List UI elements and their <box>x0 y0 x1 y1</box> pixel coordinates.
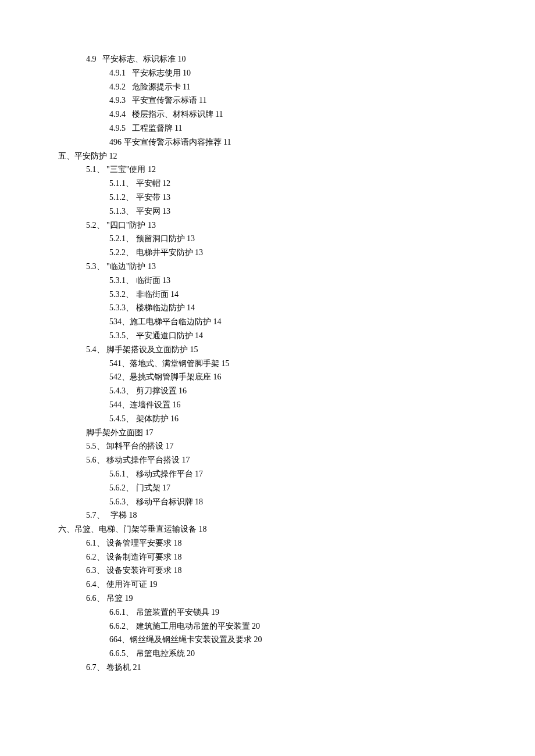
toc-entry: 6.7、 卷扬机 21 <box>86 661 477 675</box>
toc-entry: 534、施工电梯平台临边防护 14 <box>109 315 477 329</box>
toc-entry: 5.3、 "临边"防护 13 <box>86 260 477 274</box>
toc-entry: 5.6、 移动式操作平台搭设 17 <box>86 453 477 467</box>
toc-entry: 5.1、 "三宝"使用 12 <box>86 163 477 177</box>
toc-entry: 脚手架外立面图 17 <box>86 426 477 440</box>
toc-entry: 6.4、 使用许可证 19 <box>86 578 477 592</box>
document-page: 4.9 平安标志、标识标准 104.9.1 平安标志使用 104.9.2 危险源… <box>0 0 535 756</box>
toc-entry: 5.2.2、 电梯井平安防护 13 <box>109 246 477 260</box>
toc-entry: 496 平安宣传警示标语内容推荐 11 <box>109 135 477 149</box>
toc-entry: 4.9.5 工程监督牌 11 <box>109 121 477 135</box>
toc-entry: 5.2.1、 预留洞口防护 13 <box>109 232 477 246</box>
toc-entry: 5.1.3、 平安网 13 <box>109 205 477 218</box>
toc-entry: 5.4、 脚手架搭设及立面防护 15 <box>86 343 477 357</box>
toc-entry: 541、落地式、满堂钢管脚手架 15 <box>109 357 477 371</box>
toc-entry: 5.6.3、 移动平台标识牌 18 <box>109 495 477 509</box>
toc-entry: 5.5、 卸料平台的搭设 17 <box>86 439 477 453</box>
toc-entry: 6.2、 设备制造许可要求 18 <box>86 550 477 564</box>
toc-entry: 6.6、 吊篮 19 <box>86 592 477 605</box>
toc-entry: 5.7、 字梯 18 <box>86 508 477 522</box>
toc-entry: 5.2、 "四口"防护 13 <box>86 218 477 232</box>
toc-entry: 6.6.5、 吊篮电控系统 20 <box>109 647 477 661</box>
toc-entry: 664、钢丝绳及钢丝绳卡安装设置及要求 20 <box>109 633 477 647</box>
toc-entry: 5.1.1、 平安帽 12 <box>109 177 477 191</box>
toc-entry: 6.3、 设备安装许可要求 18 <box>86 564 477 578</box>
toc-entry: 五、平安防护 12 <box>58 149 477 163</box>
toc-entry: 5.3.1、 临街面 13 <box>109 274 477 288</box>
toc-entry: 六、吊篮、电梯、门架等垂直运输设备 18 <box>58 522 477 536</box>
toc-entry: 4.9.2 危险源提示卡 11 <box>109 80 477 94</box>
toc-entry: 4.9.1 平安标志使用 10 <box>109 66 477 80</box>
toc-entry: 4.9.3 平安宣传警示标语 11 <box>109 94 477 108</box>
toc-entry: 6.6.2、 建筑施工用电动吊篮的平安装置 20 <box>109 619 477 633</box>
toc-entry: 4.9 平安标志、标识标准 10 <box>86 52 477 66</box>
toc-entry: 6.6.1、 吊篮装置的平安锁具 19 <box>109 605 477 619</box>
toc-entry: 5.6.2、 门式架 17 <box>109 481 477 495</box>
toc-entry: 5.3.3、 楼梯临边防护 14 <box>109 301 477 315</box>
toc-entry: 542、悬挑式钢管脚手架底座 16 <box>109 370 477 384</box>
toc-entry: 5.1.2、 平安带 13 <box>109 191 477 205</box>
toc-entry: 5.3.5、 平安通道口防护 14 <box>109 329 477 343</box>
toc-entry: 544、连墙件设置 16 <box>109 398 477 412</box>
toc-entry: 5.4.3、 剪刀撑设置 16 <box>109 384 477 398</box>
toc-entry: 4.9.4 楼层指示、材料标识牌 11 <box>109 108 477 121</box>
toc-entry: 5.6.1、 移动式操作平台 17 <box>109 467 477 481</box>
table-of-contents: 4.9 平安标志、标识标准 104.9.1 平安标志使用 104.9.2 危险源… <box>58 52 477 675</box>
toc-entry: 6.1、 设备管理平安要求 18 <box>86 536 477 550</box>
toc-entry: 5.4.5、 架体防护 16 <box>109 412 477 426</box>
toc-entry: 5.3.2、 非临街面 14 <box>109 288 477 302</box>
